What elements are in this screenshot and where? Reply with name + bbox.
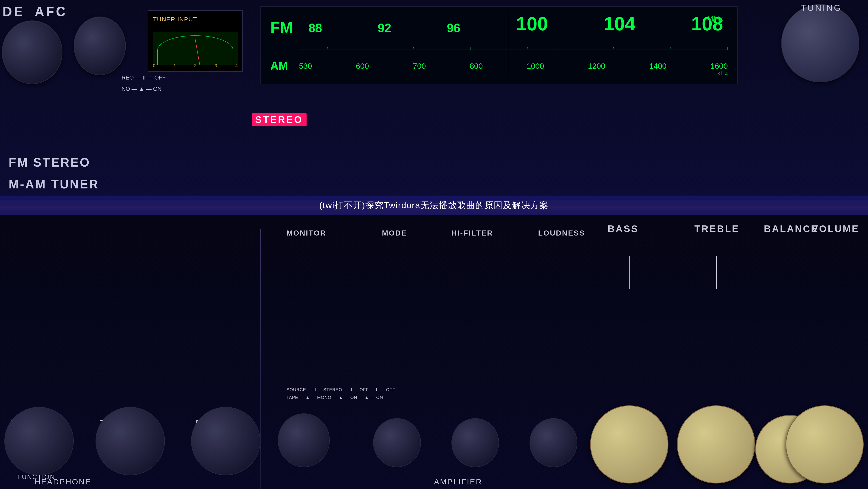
hi-filter-label: HI-FILTER bbox=[452, 229, 493, 237]
monitor-knob[interactable] bbox=[278, 413, 330, 467]
switch-labels: REO — II — OFF NO — ▲ — ON bbox=[122, 72, 165, 94]
fm-freq-row: 88 92 96 100 104 108 MHz bbox=[309, 13, 723, 35]
volume-knob[interactable] bbox=[785, 405, 864, 484]
source-tape-switch: SOURCE — II — STEREO — II — OFF — II — O… bbox=[286, 386, 395, 401]
am-freq-1400: 1400 bbox=[649, 62, 666, 70]
freq-display: FM 88 92 96 100 104 108 MHz bbox=[260, 6, 738, 84]
bass-indicator-line bbox=[629, 256, 630, 289]
fm-stereo-line1: FM STEREO bbox=[9, 151, 99, 173]
fm-label: FM bbox=[271, 18, 293, 36]
volume-label: VOLUME bbox=[811, 223, 859, 234]
am-scale: 530 600 700 800 1000 1200 1400 1600 kHz bbox=[299, 54, 728, 78]
tuner-input-label: TUNER INPUT bbox=[153, 16, 197, 23]
main-scene: DE AFC REO — II — OFF NO — ▲ — ON TUNER … bbox=[0, 0, 868, 489]
amplifier-label: AMPLIFIER bbox=[434, 477, 482, 486]
amplifier-section: AUX TUNER PHONO MONITOR MODE HI-FILTER L… bbox=[0, 215, 868, 489]
bass-label: BASS bbox=[608, 223, 639, 234]
am-freq-row: 530 600 700 800 1000 1200 1400 1600 bbox=[299, 62, 728, 70]
tuning-label: TUNING bbox=[801, 3, 842, 13]
tuner-section: DE AFC REO — II — OFF NO — ▲ — ON TUNER … bbox=[0, 0, 868, 205]
loudness-label: LOUDNESS bbox=[538, 229, 585, 237]
am-freq-800: 800 bbox=[470, 62, 483, 70]
afc-knob[interactable] bbox=[74, 17, 126, 75]
fm-freq-96: 96 bbox=[447, 21, 460, 35]
phono-knob[interactable] bbox=[191, 407, 260, 476]
am-freq-1200: 1200 bbox=[588, 62, 605, 70]
tuner-function-knob[interactable] bbox=[95, 407, 165, 476]
freq-ticks bbox=[299, 47, 728, 50]
treble-label: TREBLE bbox=[694, 223, 739, 234]
khz-label: kHz bbox=[717, 69, 728, 77]
source-switch-label: SOURCE — II — STEREO — II — OFF — II — O… bbox=[286, 386, 395, 394]
mode-knob[interactable] bbox=[373, 418, 421, 467]
fm-stereo-line2: M-AM TUNER bbox=[9, 173, 99, 195]
tuning-knob[interactable] bbox=[781, 4, 859, 82]
treble-indicator-line bbox=[716, 256, 717, 289]
afc-label: AFC bbox=[35, 4, 67, 19]
fm-freq-104: 104 bbox=[604, 13, 636, 35]
switch-no-label: NO — ▲ — ON bbox=[122, 83, 165, 94]
balance-label: BALANCE bbox=[764, 223, 818, 234]
stereo-badge: STEREO bbox=[252, 113, 306, 126]
de-knob[interactable] bbox=[2, 21, 63, 84]
switch-reo-label: REO — II — OFF bbox=[122, 72, 165, 83]
mhz-label: MHz bbox=[707, 14, 723, 23]
tape-switch-label: TAPE — ▲ — MONO — ▲ — ON — ▲ — ON bbox=[286, 394, 395, 401]
vertical-divider bbox=[260, 229, 261, 489]
balance-indicator-line bbox=[790, 256, 790, 289]
meter-scale: 0 1 2 3 4 bbox=[153, 63, 238, 68]
mode-label: MODE bbox=[382, 229, 407, 237]
fm-stereo-text: FM STEREO M-AM TUNER bbox=[9, 151, 99, 195]
loudness-knob[interactable] bbox=[529, 418, 577, 467]
fm-freq-100: 100 bbox=[516, 13, 548, 35]
headphone-label: HEADPHONE bbox=[35, 477, 91, 486]
am-freq-700: 700 bbox=[413, 62, 426, 70]
bass-knob[interactable] bbox=[590, 405, 668, 484]
am-freq-530: 530 bbox=[299, 62, 312, 70]
aux-knob[interactable] bbox=[4, 407, 74, 476]
monitor-label: MONITOR bbox=[286, 229, 326, 237]
hi-filter-knob[interactable] bbox=[452, 418, 499, 467]
am-freq-600: 600 bbox=[356, 62, 369, 70]
fm-freq-92: 92 bbox=[378, 21, 391, 35]
notification-text: (twi打不开)探究Twirdora无法播放歌曲的原因及解决方案 bbox=[319, 200, 549, 211]
am-freq-1000: 1000 bbox=[527, 62, 544, 70]
de-label: DE bbox=[2, 4, 25, 19]
am-label: AM bbox=[271, 59, 288, 72]
tuner-input-display: TUNER INPUT 0 1 2 3 4 bbox=[148, 10, 243, 72]
fm-freq-88: 88 bbox=[309, 21, 322, 35]
treble-knob[interactable] bbox=[677, 405, 755, 484]
tuner-meter bbox=[153, 32, 238, 65]
notification-bar: (twi打不开)探究Twirdora无法播放歌曲的原因及解决方案 bbox=[0, 196, 868, 215]
